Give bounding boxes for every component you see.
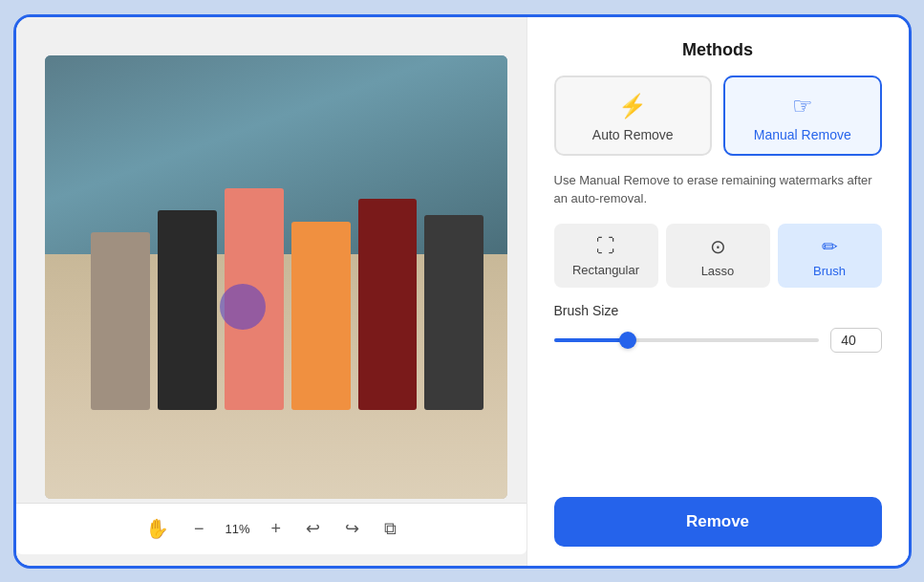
person-6 (424, 215, 483, 410)
redo-icon: ↪ (345, 518, 359, 539)
manual-remove-icon: ☞ (792, 93, 813, 119)
person-3 (225, 188, 284, 410)
slider-thumb[interactable] (619, 332, 636, 349)
brush-size-section: Brush Size (554, 303, 882, 353)
image-people (91, 188, 483, 410)
auto-remove-icon: ⚡ (618, 93, 647, 119)
undo-icon: ↩ (306, 518, 320, 539)
remove-button[interactable]: Remove (554, 497, 882, 547)
person-5 (358, 199, 418, 409)
lasso-tool-button[interactable]: ⊙ Lasso (666, 224, 770, 288)
image-placeholder (45, 55, 507, 499)
zoom-value: 11% (225, 522, 249, 536)
rectangular-tool-button[interactable]: ⛶ Rectangular (554, 224, 658, 288)
lasso-label: Lasso (701, 264, 735, 278)
auto-remove-button[interactable]: ⚡ Auto Remove (554, 75, 713, 156)
brush-size-slider-container[interactable] (554, 331, 819, 350)
remove-button-label: Remove (686, 512, 749, 530)
manual-remove-label: Manual Remove (754, 127, 851, 142)
toolbar: ✋ − 11% + ↩ ↪ ⧉ (16, 503, 526, 554)
brush-size-input[interactable] (830, 328, 882, 353)
auto-remove-label: Auto Remove (592, 127, 674, 142)
person-1 (91, 232, 150, 410)
method-buttons-group: ⚡ Auto Remove ☞ Manual Remove (554, 75, 882, 156)
image-area (45, 55, 507, 499)
brush-tool-button[interactable]: ✏ Brush (778, 224, 882, 288)
brush-icon: ✏ (822, 235, 838, 258)
slider-fill (554, 338, 629, 342)
rectangular-icon: ⛶ (596, 235, 615, 257)
brush-size-label: Brush Size (554, 303, 882, 318)
zoom-in-button[interactable]: + (268, 515, 286, 543)
rectangular-label: Rectangular (572, 263, 639, 277)
app-container: ✋ − 11% + ↩ ↪ ⧉ Methods ⚡ Auto Remov (13, 14, 912, 569)
right-panel: Methods ⚡ Auto Remove ☞ Manual Remove Us… (526, 17, 909, 566)
hand-tool-button[interactable]: ✋ (141, 513, 173, 544)
compare-button[interactable]: ⧉ (380, 515, 400, 543)
left-panel: ✋ − 11% + ↩ ↪ ⧉ (16, 17, 526, 566)
brush-size-row (554, 328, 882, 353)
manual-remove-button[interactable]: ☞ Manual Remove (723, 75, 882, 156)
selection-tools-group: ⛶ Rectangular ⊙ Lasso ✏ Brush (554, 224, 882, 288)
redo-button[interactable]: ↪ (341, 514, 363, 543)
panel-title: Methods (554, 40, 882, 60)
method-description: Use Manual Remove to erase remaining wat… (554, 171, 882, 208)
zoom-out-button[interactable]: − (190, 515, 208, 543)
compare-icon: ⧉ (384, 519, 397, 539)
plus-icon: + (271, 519, 282, 539)
person-4 (291, 222, 351, 410)
lasso-icon: ⊙ (710, 235, 726, 258)
slider-track (554, 338, 819, 342)
undo-button[interactable]: ↩ (302, 514, 324, 543)
minus-icon: − (194, 519, 204, 539)
person-2 (158, 210, 217, 410)
brush-label: Brush (813, 264, 846, 278)
